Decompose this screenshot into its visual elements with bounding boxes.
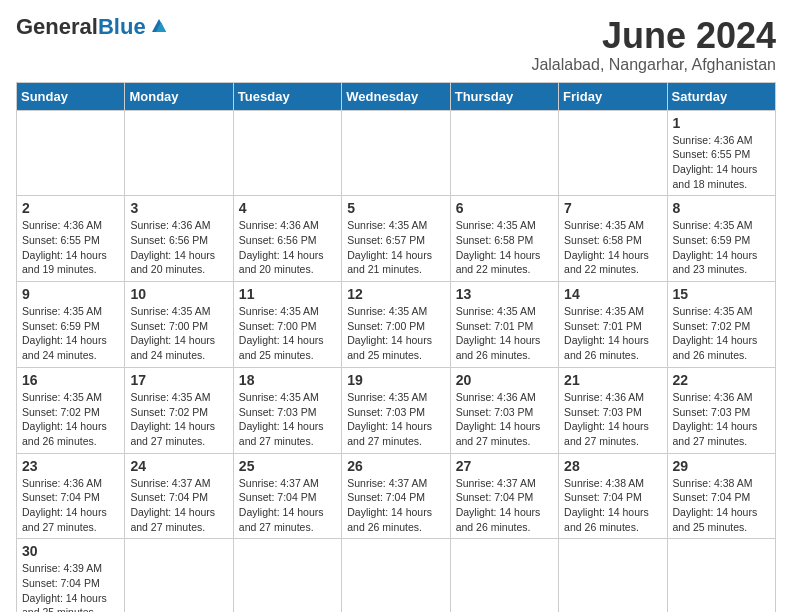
calendar-day-cell: 29Sunrise: 4:38 AM Sunset: 7:04 PM Dayli… bbox=[667, 453, 775, 539]
title-area: June 2024 Jalalabad, Nangarhar, Afghanis… bbox=[531, 16, 776, 74]
calendar-day-cell bbox=[125, 539, 233, 612]
day-number: 10 bbox=[130, 286, 227, 302]
day-info: Sunrise: 4:35 AM Sunset: 7:00 PM Dayligh… bbox=[239, 304, 336, 363]
calendar-day-cell: 2Sunrise: 4:36 AM Sunset: 6:55 PM Daylig… bbox=[17, 196, 125, 282]
day-info: Sunrise: 4:36 AM Sunset: 6:55 PM Dayligh… bbox=[22, 218, 119, 277]
day-info: Sunrise: 4:37 AM Sunset: 7:04 PM Dayligh… bbox=[456, 476, 553, 535]
day-number: 9 bbox=[22, 286, 119, 302]
day-number: 8 bbox=[673, 200, 770, 216]
calendar-day-cell: 16Sunrise: 4:35 AM Sunset: 7:02 PM Dayli… bbox=[17, 367, 125, 453]
day-info: Sunrise: 4:35 AM Sunset: 7:03 PM Dayligh… bbox=[239, 390, 336, 449]
day-number: 6 bbox=[456, 200, 553, 216]
weekday-header-cell: Monday bbox=[125, 82, 233, 110]
calendar-day-cell: 20Sunrise: 4:36 AM Sunset: 7:03 PM Dayli… bbox=[450, 367, 558, 453]
calendar-day-cell bbox=[233, 539, 341, 612]
day-info: Sunrise: 4:35 AM Sunset: 6:58 PM Dayligh… bbox=[456, 218, 553, 277]
day-info: Sunrise: 4:39 AM Sunset: 7:04 PM Dayligh… bbox=[22, 561, 119, 612]
calendar-week-row: 1Sunrise: 4:36 AM Sunset: 6:55 PM Daylig… bbox=[17, 110, 776, 196]
calendar-day-cell: 12Sunrise: 4:35 AM Sunset: 7:00 PM Dayli… bbox=[342, 282, 450, 368]
day-number: 19 bbox=[347, 372, 444, 388]
calendar-day-cell: 4Sunrise: 4:36 AM Sunset: 6:56 PM Daylig… bbox=[233, 196, 341, 282]
day-number: 30 bbox=[22, 543, 119, 559]
calendar-day-cell: 6Sunrise: 4:35 AM Sunset: 6:58 PM Daylig… bbox=[450, 196, 558, 282]
day-info: Sunrise: 4:36 AM Sunset: 7:03 PM Dayligh… bbox=[673, 390, 770, 449]
day-info: Sunrise: 4:35 AM Sunset: 6:59 PM Dayligh… bbox=[673, 218, 770, 277]
day-number: 12 bbox=[347, 286, 444, 302]
calendar-day-cell: 10Sunrise: 4:35 AM Sunset: 7:00 PM Dayli… bbox=[125, 282, 233, 368]
calendar-day-cell: 30Sunrise: 4:39 AM Sunset: 7:04 PM Dayli… bbox=[17, 539, 125, 612]
day-number: 28 bbox=[564, 458, 661, 474]
day-number: 16 bbox=[22, 372, 119, 388]
calendar-day-cell: 25Sunrise: 4:37 AM Sunset: 7:04 PM Dayli… bbox=[233, 453, 341, 539]
calendar-day-cell bbox=[342, 539, 450, 612]
day-number: 15 bbox=[673, 286, 770, 302]
day-info: Sunrise: 4:37 AM Sunset: 7:04 PM Dayligh… bbox=[130, 476, 227, 535]
day-info: Sunrise: 4:35 AM Sunset: 7:01 PM Dayligh… bbox=[564, 304, 661, 363]
day-info: Sunrise: 4:38 AM Sunset: 7:04 PM Dayligh… bbox=[673, 476, 770, 535]
calendar-day-cell: 13Sunrise: 4:35 AM Sunset: 7:01 PM Dayli… bbox=[450, 282, 558, 368]
calendar-day-cell: 15Sunrise: 4:35 AM Sunset: 7:02 PM Dayli… bbox=[667, 282, 775, 368]
day-info: Sunrise: 4:36 AM Sunset: 6:55 PM Dayligh… bbox=[673, 133, 770, 192]
calendar-day-cell: 23Sunrise: 4:36 AM Sunset: 7:04 PM Dayli… bbox=[17, 453, 125, 539]
day-number: 25 bbox=[239, 458, 336, 474]
calendar-day-cell: 9Sunrise: 4:35 AM Sunset: 6:59 PM Daylig… bbox=[17, 282, 125, 368]
day-number: 18 bbox=[239, 372, 336, 388]
calendar-day-cell bbox=[342, 110, 450, 196]
logo-general: General bbox=[16, 14, 98, 39]
calendar-week-row: 30Sunrise: 4:39 AM Sunset: 7:04 PM Dayli… bbox=[17, 539, 776, 612]
day-info: Sunrise: 4:35 AM Sunset: 6:58 PM Dayligh… bbox=[564, 218, 661, 277]
day-info: Sunrise: 4:35 AM Sunset: 7:00 PM Dayligh… bbox=[130, 304, 227, 363]
day-info: Sunrise: 4:35 AM Sunset: 7:03 PM Dayligh… bbox=[347, 390, 444, 449]
day-number: 27 bbox=[456, 458, 553, 474]
day-number: 21 bbox=[564, 372, 661, 388]
calendar-day-cell: 8Sunrise: 4:35 AM Sunset: 6:59 PM Daylig… bbox=[667, 196, 775, 282]
calendar-day-cell: 26Sunrise: 4:37 AM Sunset: 7:04 PM Dayli… bbox=[342, 453, 450, 539]
day-info: Sunrise: 4:36 AM Sunset: 7:03 PM Dayligh… bbox=[564, 390, 661, 449]
day-number: 13 bbox=[456, 286, 553, 302]
calendar-day-cell: 1Sunrise: 4:36 AM Sunset: 6:55 PM Daylig… bbox=[667, 110, 775, 196]
day-number: 5 bbox=[347, 200, 444, 216]
calendar-day-cell bbox=[233, 110, 341, 196]
calendar-day-cell bbox=[559, 110, 667, 196]
day-info: Sunrise: 4:37 AM Sunset: 7:04 PM Dayligh… bbox=[347, 476, 444, 535]
calendar-day-cell: 17Sunrise: 4:35 AM Sunset: 7:02 PM Dayli… bbox=[125, 367, 233, 453]
calendar-subtitle: Jalalabad, Nangarhar, Afghanistan bbox=[531, 56, 776, 74]
calendar-day-cell: 11Sunrise: 4:35 AM Sunset: 7:00 PM Dayli… bbox=[233, 282, 341, 368]
day-info: Sunrise: 4:36 AM Sunset: 6:56 PM Dayligh… bbox=[130, 218, 227, 277]
weekday-header-cell: Friday bbox=[559, 82, 667, 110]
calendar-day-cell bbox=[17, 110, 125, 196]
calendar-table: SundayMondayTuesdayWednesdayThursdayFrid… bbox=[16, 82, 776, 612]
day-info: Sunrise: 4:35 AM Sunset: 6:59 PM Dayligh… bbox=[22, 304, 119, 363]
day-info: Sunrise: 4:35 AM Sunset: 7:02 PM Dayligh… bbox=[22, 390, 119, 449]
day-number: 1 bbox=[673, 115, 770, 131]
day-info: Sunrise: 4:37 AM Sunset: 7:04 PM Dayligh… bbox=[239, 476, 336, 535]
day-info: Sunrise: 4:36 AM Sunset: 6:56 PM Dayligh… bbox=[239, 218, 336, 277]
day-number: 7 bbox=[564, 200, 661, 216]
calendar-day-cell: 14Sunrise: 4:35 AM Sunset: 7:01 PM Dayli… bbox=[559, 282, 667, 368]
calendar-day-cell bbox=[450, 539, 558, 612]
day-info: Sunrise: 4:35 AM Sunset: 7:02 PM Dayligh… bbox=[130, 390, 227, 449]
day-number: 17 bbox=[130, 372, 227, 388]
weekday-header-cell: Saturday bbox=[667, 82, 775, 110]
weekday-header-row: SundayMondayTuesdayWednesdayThursdayFrid… bbox=[17, 82, 776, 110]
weekday-header-cell: Wednesday bbox=[342, 82, 450, 110]
calendar-day-cell bbox=[125, 110, 233, 196]
calendar-week-row: 16Sunrise: 4:35 AM Sunset: 7:02 PM Dayli… bbox=[17, 367, 776, 453]
logo: GeneralBlue bbox=[16, 16, 170, 38]
calendar-day-cell: 27Sunrise: 4:37 AM Sunset: 7:04 PM Dayli… bbox=[450, 453, 558, 539]
calendar-day-cell: 5Sunrise: 4:35 AM Sunset: 6:57 PM Daylig… bbox=[342, 196, 450, 282]
calendar-day-cell bbox=[450, 110, 558, 196]
day-number: 4 bbox=[239, 200, 336, 216]
calendar-day-cell: 18Sunrise: 4:35 AM Sunset: 7:03 PM Dayli… bbox=[233, 367, 341, 453]
day-number: 24 bbox=[130, 458, 227, 474]
day-info: Sunrise: 4:35 AM Sunset: 6:57 PM Dayligh… bbox=[347, 218, 444, 277]
calendar-header: GeneralBlue June 2024 Jalalabad, Nangarh… bbox=[16, 16, 776, 74]
logo-triangle-icon bbox=[148, 14, 170, 36]
calendar-day-cell: 7Sunrise: 4:35 AM Sunset: 6:58 PM Daylig… bbox=[559, 196, 667, 282]
calendar-week-row: 2Sunrise: 4:36 AM Sunset: 6:55 PM Daylig… bbox=[17, 196, 776, 282]
calendar-day-cell: 21Sunrise: 4:36 AM Sunset: 7:03 PM Dayli… bbox=[559, 367, 667, 453]
logo-blue: Blue bbox=[98, 14, 146, 39]
weekday-header-cell: Sunday bbox=[17, 82, 125, 110]
calendar-title: June 2024 bbox=[531, 16, 776, 56]
calendar-week-row: 9Sunrise: 4:35 AM Sunset: 6:59 PM Daylig… bbox=[17, 282, 776, 368]
